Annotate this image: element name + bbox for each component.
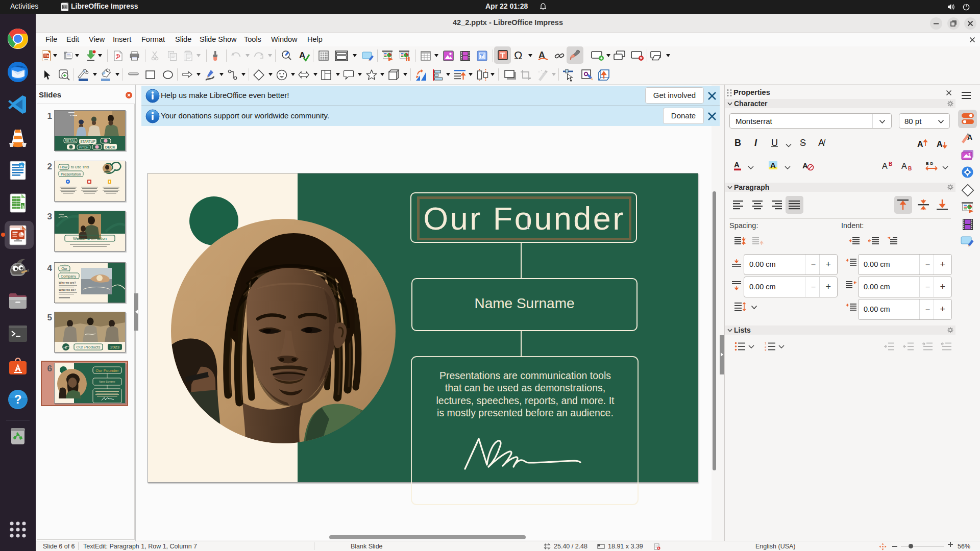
- svg-text:Presentation: Presentation: [61, 172, 81, 176]
- svg-text:A: A: [917, 140, 923, 148]
- svg-text:B: B: [908, 166, 912, 171]
- svg-text:A: A: [882, 162, 888, 170]
- svg-text:2: 2: [765, 345, 767, 348]
- svg-text:DECK: DECK: [105, 145, 115, 149]
- svg-text:?: ?: [14, 392, 22, 406]
- svg-text:Company: Company: [61, 274, 76, 279]
- svg-text:A: A: [802, 161, 808, 170]
- svg-text:A: A: [967, 133, 972, 141]
- svg-text:Who we are?: Who we are?: [59, 281, 77, 284]
- svg-text:to Use This: to Use This: [71, 165, 89, 169]
- svg-text:B-D: B-D: [926, 161, 933, 166]
- svg-text:Our Products: Our Products: [76, 345, 100, 349]
- svg-text:Our: Our: [61, 267, 67, 270]
- svg-text:A: A: [734, 160, 740, 169]
- svg-text:What we do?: What we do?: [59, 288, 77, 291]
- svg-text:Welcome .... tation: Welcome .... tation: [73, 236, 107, 241]
- svg-text:2023: 2023: [110, 345, 119, 349]
- svg-text:3: 3: [765, 348, 767, 351]
- svg-text:B: B: [889, 161, 892, 167]
- svg-text:1: 1: [765, 342, 767, 345]
- svg-text:STARTUP: STARTUP: [80, 140, 95, 143]
- svg-text:Our Founder: Our Founder: [95, 368, 119, 373]
- svg-text:How: How: [60, 165, 68, 169]
- svg-text:PITCH: PITCH: [79, 146, 88, 149]
- svg-text:A: A: [937, 140, 943, 148]
- svg-text:Name Surname: Name Surname: [99, 381, 115, 383]
- svg-text:A: A: [770, 161, 776, 169]
- svg-text:RETAIL: RETAIL: [65, 139, 77, 142]
- svg-text:A: A: [901, 162, 907, 170]
